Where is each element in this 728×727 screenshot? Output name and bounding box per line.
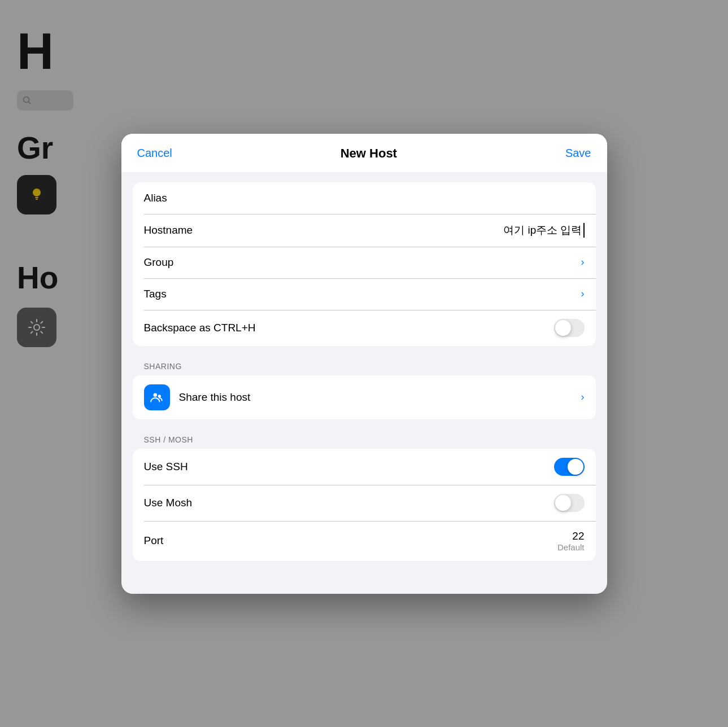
use-ssh-toggle[interactable] xyxy=(554,458,585,476)
use-mosh-label: Use Mosh xyxy=(144,497,257,509)
hostname-row[interactable]: Hostname 여기 ip주소 입력 xyxy=(133,214,596,247)
use-mosh-toggle-knob xyxy=(555,495,571,511)
sharing-card: Share this host › xyxy=(133,375,596,419)
share-host-label: Share this host xyxy=(179,391,292,404)
port-default-label: Default xyxy=(557,542,585,552)
share-host-icon-wrap xyxy=(144,384,170,410)
tags-label: Tags xyxy=(144,288,257,300)
main-form-card: Alias Hostname 여기 ip주소 입력 Group › Tags › xyxy=(133,182,596,346)
ssh-mosh-card: Use SSH Use Mosh Port 22 D xyxy=(133,449,596,561)
group-chevron-icon: › xyxy=(581,256,585,268)
backspace-row: Backspace as CTRL+H xyxy=(133,310,596,346)
modal-body: Alias Hostname 여기 ip주소 입력 Group › Tags › xyxy=(121,172,607,594)
cancel-button[interactable]: Cancel xyxy=(137,147,172,160)
share-host-row[interactable]: Share this host › xyxy=(133,375,596,419)
tags-chevron-icon: › xyxy=(581,288,585,300)
use-ssh-row: Use SSH xyxy=(133,449,596,485)
backspace-toggle-knob xyxy=(555,320,571,336)
port-number: 22 xyxy=(557,530,585,542)
use-ssh-label: Use SSH xyxy=(144,461,257,473)
port-label: Port xyxy=(144,535,257,547)
alias-row[interactable]: Alias xyxy=(133,182,596,214)
hostname-label: Hostname xyxy=(144,224,257,237)
hostname-input[interactable]: 여기 ip주소 입력 xyxy=(257,223,585,238)
alias-label: Alias xyxy=(144,192,257,204)
share-host-icon xyxy=(150,390,164,405)
sharing-section-label: SHARING xyxy=(133,352,596,375)
ssh-mosh-section-label: SSH / MOSH xyxy=(133,425,596,449)
backspace-toggle[interactable] xyxy=(554,319,585,337)
modal-header: Cancel New Host Save xyxy=(121,134,607,172)
bottom-spacer xyxy=(133,567,596,584)
backspace-label: Backspace as CTRL+H xyxy=(144,322,257,334)
svg-point-7 xyxy=(158,395,160,397)
tags-row[interactable]: Tags › xyxy=(133,278,596,310)
group-row[interactable]: Group › xyxy=(133,247,596,278)
share-host-chevron-icon: › xyxy=(581,391,585,403)
group-label: Group xyxy=(144,256,257,269)
svg-point-6 xyxy=(153,393,157,397)
port-value-wrap: 22 Default xyxy=(557,530,585,552)
port-row[interactable]: Port 22 Default xyxy=(133,521,596,561)
use-ssh-toggle-knob xyxy=(568,459,583,475)
use-mosh-toggle[interactable] xyxy=(554,494,585,512)
new-host-modal: Cancel New Host Save Alias Hostname 여기 i… xyxy=(121,134,607,594)
modal-title: New Host xyxy=(341,146,397,161)
save-button[interactable]: Save xyxy=(565,147,591,160)
use-mosh-row: Use Mosh xyxy=(133,485,596,521)
